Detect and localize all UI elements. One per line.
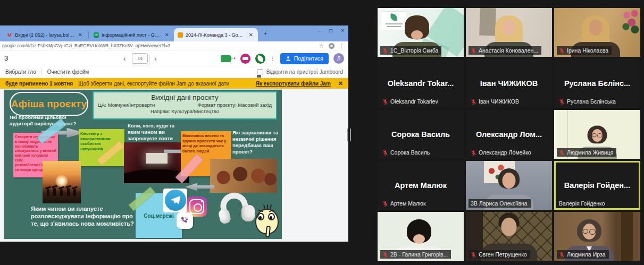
tab-jamboard-active[interactable]: 2024-ЛІ-Команда 3 - Google J ✕ [174,28,258,41]
account-avatar[interactable]: Л [333,53,344,64]
muted-mic-icon [382,150,388,156]
gmail-icon: M [7,32,12,38]
participant-tile[interactable]: 2В - Галина Григорів... [378,212,464,261]
info-title: Вихідні дані проєкту [98,93,272,101]
minimize-icon[interactable]: – [318,28,321,33]
info-format: Формат проєкту: Масовий захід [198,102,272,108]
participant-tile[interactable]: Олександр Лом... Олександр Ломейко [466,110,552,159]
jam-doc-title: 3 [4,54,8,62]
frame-navigation: ‹ 4/6 › [123,50,157,66]
participant-tile[interactable]: Євген Петрущенко [466,212,552,261]
participant-tile[interactable]: Oleksandr Tokar... Oleksandr Tokariev [378,59,464,108]
participant-tile[interactable]: Сорока Василь Сорока Василь [378,110,464,159]
muted-mic-icon [382,99,388,105]
participant-tile[interactable]: Артем Малюк Артем Малюк [378,161,464,210]
participant-name-label: Анастасія Коновален... [469,46,541,55]
question-promotion: Яким чином ви плануєте розповсюджувати і… [31,206,136,227]
participant-tile[interactable]: 3В Лариса Олексіївна [466,161,552,210]
person-add-icon [286,56,291,61]
info-direction: Напрям: Культура/Мистецтво [98,108,272,114]
participant-tile[interactable]: Ірина Ніколаєва [554,8,640,57]
tab-close-icon[interactable]: ✕ [77,32,83,38]
new-tab-button[interactable]: + [261,30,270,38]
viber-icon [177,212,193,229]
participant-name-label: 3В Лариса Олексіївна [469,199,531,208]
jam-canvas: Афіша проєкту Вихідні дані проєкту ЦА: М… [0,89,348,242]
clear-frame-button[interactable]: Очистити фрейм [47,69,89,75]
bookmark-star-icon[interactable]: ☆ [319,43,324,49]
sheets-icon [94,32,99,38]
meet-extension-icon[interactable] [221,55,231,62]
address-bar[interactable]: google.com/d/1iz-FsbKMpGVj-rGzi_BuEGRVUo… [0,41,348,50]
browser-menu-icon[interactable]: ⋮ [339,43,344,49]
next-frame-icon[interactable]: › [154,55,156,62]
participant-name-label: Іван ЧИЖИКОВ [469,97,522,106]
project-poster-frame: Афіша проєкту Вихідні дані проєкту ЦА: М… [4,90,282,239]
url-text: google.com/d/1iz-FsbKMpGVj-rGzi_BuEGRVUo… [2,43,319,48]
participant-name-label: Ірина Ніколаєва [557,46,612,55]
participant-tile[interactable]: Людмила Живиця [554,110,640,159]
tab-title: Інформаційний лист - Google [102,32,161,38]
participant-name-label: Oleksandr Tokariev [380,97,441,106]
participant-name-label: Сорока Василь [380,148,433,157]
muted-mic-icon [382,201,388,207]
extension-icon-green[interactable] [255,54,265,64]
participant-name-label: Євген Петрущенко [469,250,530,259]
tab-title: Вхідні (2 052) - larysa.boltiansk [15,32,74,38]
extension-icon-pink[interactable] [240,54,250,64]
jamboard-icon [178,32,183,38]
muted-mic-icon [471,252,476,258]
chevron-down-icon[interactable]: ▾ [233,56,236,61]
tab-close-icon[interactable]: ✕ [248,32,254,38]
muted-mic-icon [382,252,388,258]
prev-frame-icon[interactable]: ‹ [123,55,126,62]
participant-name-label: Валерія Гойденко [557,199,608,208]
choose-background-button[interactable]: Вибрати тло [5,69,36,75]
participant-tile-active-speaker[interactable]: Валерія Гойден... Валерія Гойденко [554,161,640,210]
participant-name-label: Руслана Бєлінська [557,97,619,106]
participant-name-label: Олександр Ломейко [469,148,534,157]
participant-tile[interactable]: 1С_Вікторія Скиба [378,8,464,57]
jamboard-toolbar: Вибрати тло Очистити фрейм Відкрити на п… [0,66,348,78]
tab-close-icon[interactable]: ✕ [164,32,170,38]
poster-title: Афіша проєкту [10,92,88,116]
participants-grid: 1С_Вікторія Скиба Анастасія Коновален...… [378,8,640,261]
muted-mic-icon [471,48,476,54]
participant-name-label: 1С_Вікторія Скиба [380,46,441,55]
question-problems: Які проблеми цільової аудиторії вирішує … [10,114,81,127]
panel-resize-handle[interactable] [347,129,352,141]
meeting-window: M Вхідні (2 052) - larysa.boltiansk ✕ Ін… [0,0,644,265]
header-actions: ▾ ⋮ Поділитися Л [221,50,344,66]
info-target-audience: ЦА: Мовчуни/Інтроверти [98,102,155,108]
banner-export-link[interactable]: Як експортувати файли Jam [256,81,331,87]
toolbar-separator [41,69,42,75]
participant-tile[interactable]: Іван ЧИЖИКОВ Іван ЧИЖИКОВ [466,59,552,108]
browser-tab-strip: M Вхідні (2 052) - larysa.boltiansk ✕ Ін… [0,25,348,41]
frame-counter[interactable]: 4/6 [132,53,148,64]
muted-mic-icon [559,48,565,54]
open-on-device-button[interactable]: Відкрити на пристрої Jamboard [257,69,343,75]
participant-tile[interactable]: Анастасія Коновален... [466,8,552,57]
share-button[interactable]: Поділитися [280,53,329,64]
muted-mic-icon [382,48,388,54]
close-icon[interactable]: × [341,28,344,33]
screen-share-panel: M Вхідні (2 052) - larysa.boltiansk ✕ Ін… [0,25,348,242]
more-options-icon[interactable]: ⋮ [270,56,275,62]
muted-mic-icon [559,150,565,156]
muted-mic-icon [471,99,476,105]
telegram-icon [165,190,186,211]
jamboard-header: 3 ‹ 4/6 › ▾ ⋮ Поділитися Л [0,50,348,66]
participant-tile[interactable]: Руслана Бєлінс... Руслана Бєлінська [554,59,640,108]
furniture-shadow [621,212,633,261]
deprecation-banner: буде припинено 1 жовтня Щоб зберегти дан… [0,78,348,89]
window-controls: – □ × [318,28,344,33]
muted-mic-icon [559,252,565,258]
participant-name-label: Артем Малюк [380,199,429,208]
tab-sheets[interactable]: Інформаційний лист - Google ✕ [90,28,174,41]
cast-screen-icon [257,70,263,74]
tab-gmail[interactable]: M Вхідні (2 052) - larysa.boltiansk ✕ [3,28,87,41]
participant-tile[interactable]: Людмила Ирза [554,212,640,261]
banner-close-icon[interactable]: ✕ [338,80,343,87]
profile-avatar[interactable] [329,43,334,49]
maximize-icon[interactable]: □ [329,28,332,33]
